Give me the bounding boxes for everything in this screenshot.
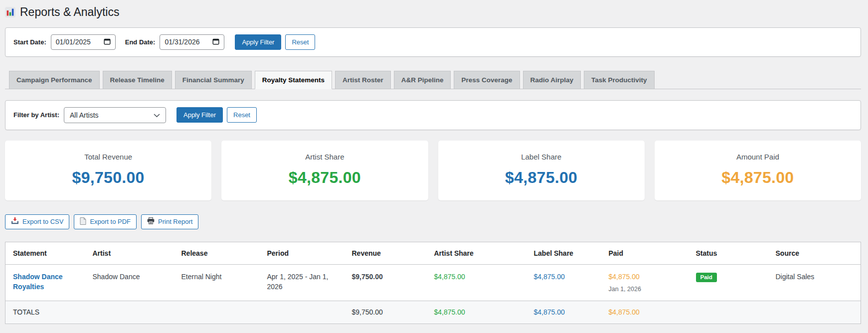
card-artist-share: Artist Share $4,875.00 [221, 141, 428, 200]
tab-campaign-performance[interactable]: Campaign Performance [9, 71, 100, 89]
export-csv-label: Export to CSV [22, 218, 63, 225]
bar-chart-icon [5, 7, 15, 17]
printer-icon [147, 217, 155, 226]
tab-task-productivity[interactable]: Task Productivity [584, 71, 655, 89]
status-badge: Paid [696, 273, 717, 283]
artist-filter-label: Filter by Artist: [13, 111, 59, 119]
tab-release-timeline[interactable]: Release Timeline [103, 71, 172, 89]
cell-artist-share: $4,875.00 [429, 264, 529, 301]
totals-artist [88, 301, 176, 324]
card-label: Total Revenue [15, 153, 201, 161]
col-artist: Artist [88, 242, 176, 264]
tab-financial-summary[interactable]: Financial Summary [175, 71, 252, 89]
card-value: $4,875.00 [448, 168, 635, 187]
artist-reset-button[interactable]: Reset [227, 107, 257, 123]
paid-amount: $4,875.00 [609, 272, 686, 282]
start-date-input[interactable]: 01/01/2025 [51, 34, 116, 50]
card-label-share: Label Share $4,875.00 [438, 141, 645, 200]
artist-filter-panel: Filter by Artist: All Artists Apply Filt… [5, 100, 861, 130]
col-release: Release [176, 242, 262, 264]
card-value: $4,875.00 [665, 168, 851, 187]
totals-period [262, 301, 347, 324]
end-date-input[interactable]: 01/31/2026 [160, 34, 224, 50]
document-icon [80, 217, 86, 226]
totals-source [771, 301, 861, 324]
totals-row: TOTALS $9,750.00 $4,875.00 $4,875.00 $4,… [5, 301, 861, 324]
card-value: $9,750.00 [15, 168, 201, 187]
tab-royalty-statements[interactable]: Royalty Statements [255, 71, 332, 89]
cell-artist: Shadow Dance [88, 264, 176, 301]
export-pdf-button[interactable]: Export to PDF [74, 214, 137, 229]
start-date-label: Start Date: [13, 38, 46, 46]
col-status: Status [691, 242, 771, 264]
page-title: Reports & Analytics [5, 5, 861, 20]
cell-revenue: $9,750.00 [347, 264, 429, 301]
chevron-down-icon [154, 111, 160, 119]
date-filter-panel: Start Date: 01/01/2025 End Date: 01/31/2… [5, 27, 861, 57]
tab-ar-pipeline[interactable]: A&R Pipeline [394, 71, 451, 89]
col-source: Source [771, 242, 861, 264]
download-icon [11, 217, 19, 226]
col-revenue: Revenue [347, 242, 429, 264]
col-paid: Paid [604, 242, 691, 264]
export-pdf-label: Export to PDF [90, 218, 131, 225]
col-statement: Statement [5, 242, 88, 264]
date-reset-button[interactable]: Reset [285, 34, 315, 50]
royalty-statements-table: Statement Artist Release Period Revenue … [5, 242, 861, 324]
col-label-share: Label Share [529, 242, 604, 264]
print-report-label: Print Report [158, 218, 192, 225]
calendar-icon[interactable] [212, 38, 219, 46]
cell-release: Eternal Night [176, 264, 262, 301]
table-row: Shadow Dance Royalties Shadow Dance Eter… [5, 264, 861, 301]
card-label: Amount Paid [665, 153, 851, 161]
card-label: Artist Share [231, 153, 418, 161]
totals-label: TOTALS [5, 301, 88, 324]
date-apply-filter-button[interactable]: Apply Filter [235, 34, 281, 50]
totals-release [176, 301, 262, 324]
totals-artist-share: $4,875.00 [429, 301, 529, 324]
tab-radio-airplay[interactable]: Radio Airplay [523, 71, 581, 89]
statement-link[interactable]: Shadow Dance Royalties [13, 273, 63, 291]
export-csv-button[interactable]: Export to CSV [5, 214, 69, 229]
print-report-button[interactable]: Print Report [141, 214, 198, 229]
artist-apply-filter-button[interactable]: Apply Filter [176, 107, 223, 123]
table-header-row: Statement Artist Release Period Revenue … [5, 242, 861, 264]
cell-statement: Shadow Dance Royalties [5, 264, 88, 301]
calendar-icon[interactable] [104, 38, 111, 46]
artist-select[interactable]: All Artists [64, 107, 166, 123]
totals-label-share: $4,875.00 [529, 301, 604, 324]
cell-source: Digital Sales [771, 264, 861, 301]
col-period: Period [262, 242, 347, 264]
cell-label-share: $4,875.00 [529, 264, 604, 301]
report-tabs: Campaign Performance Release Timeline Fi… [5, 71, 861, 89]
card-total-revenue: Total Revenue $9,750.00 [5, 141, 211, 200]
page-title-text: Reports & Analytics [20, 5, 119, 20]
end-date-value: 01/31/2026 [165, 38, 199, 46]
totals-status [691, 301, 771, 324]
page-wrap: Reports & Analytics Start Date: 01/01/20… [0, 0, 868, 324]
cell-status: Paid [691, 264, 771, 301]
artist-select-value: All Artists [70, 111, 99, 119]
card-label: Label Share [448, 153, 635, 161]
card-value: $4,875.00 [231, 168, 418, 187]
start-date-value: 01/01/2025 [56, 38, 91, 46]
paid-date: Jan 1, 2026 [609, 285, 686, 294]
end-date-label: End Date: [125, 38, 156, 46]
tab-press-coverage[interactable]: Press Coverage [454, 71, 520, 89]
col-artist-share: Artist Share [429, 242, 529, 264]
totals-revenue: $9,750.00 [347, 301, 429, 324]
tab-artist-roster[interactable]: Artist Roster [335, 71, 391, 89]
cell-period: Apr 1, 2025 - Jan 1, 2026 [262, 264, 347, 301]
totals-paid: $4,875.00 [604, 301, 691, 324]
cell-paid: $4,875.00 Jan 1, 2026 [604, 264, 691, 301]
summary-cards: Total Revenue $9,750.00 Artist Share $4,… [5, 141, 861, 200]
card-amount-paid: Amount Paid $4,875.00 [655, 141, 861, 200]
export-toolbar: Export to CSV Export to PDF [5, 214, 861, 229]
